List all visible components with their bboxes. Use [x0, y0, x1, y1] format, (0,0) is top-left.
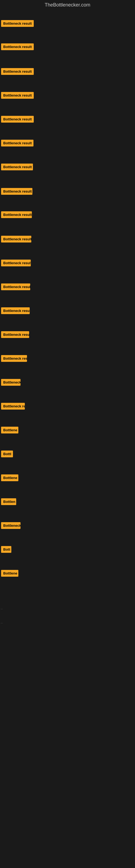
bottleneck-item[interactable]: Bottleneck result	[1, 283, 30, 290]
small-dot-indicator: ...	[1, 621, 3, 624]
bottleneck-item[interactable]: Bottleneck result	[1, 307, 30, 314]
bottleneck-item[interactable]: Bottleneck result	[1, 259, 31, 267]
bottleneck-item[interactable]: Bottleneck	[1, 522, 20, 529]
page-wrapper: TheBottlenecker.com Bottleneck resultBot…	[0, 0, 135, 868]
bottleneck-list: Bottleneck resultBottleneck resultBottle…	[0, 10, 135, 607]
bottleneck-item[interactable]: Bottleneck result	[1, 43, 34, 50]
bottleneck-item[interactable]: Bottleneck result	[1, 331, 29, 338]
bottleneck-item[interactable]: Bottleneck	[1, 379, 20, 386]
bottleneck-item[interactable]: Bottleneck result	[1, 92, 34, 99]
bottleneck-item[interactable]: Bottleneck result	[1, 236, 31, 243]
site-title: TheBottlenecker.com	[0, 0, 135, 10]
bottleneck-item[interactable]: Bottleneck result	[1, 140, 34, 147]
bottleneck-item[interactable]: Bottlene	[1, 474, 18, 481]
bottleneck-item[interactable]: Bottlene	[1, 570, 18, 577]
footer-dot: ...	[1, 607, 3, 610]
bottleneck-item[interactable]: Bottl	[1, 451, 13, 457]
bottleneck-item[interactable]: Bottlen	[1, 498, 16, 505]
bottleneck-item[interactable]: Bottleneck result	[1, 163, 33, 170]
bottleneck-item[interactable]: Bottleneck result	[1, 188, 32, 195]
bottleneck-item[interactable]: Bottleneck result	[1, 116, 34, 123]
bottleneck-item[interactable]: Bottleneck result	[1, 20, 34, 27]
bottleneck-item[interactable]: Bottlene	[1, 427, 18, 433]
bottleneck-item[interactable]: Bottleneck result	[1, 211, 32, 218]
bottleneck-item[interactable]: Bott	[1, 546, 11, 553]
bottleneck-item[interactable]: Bottleneck res	[1, 355, 27, 362]
bottleneck-item[interactable]: Bottleneck result	[1, 68, 34, 75]
bottleneck-item[interactable]: Bottleneck re	[1, 403, 25, 410]
